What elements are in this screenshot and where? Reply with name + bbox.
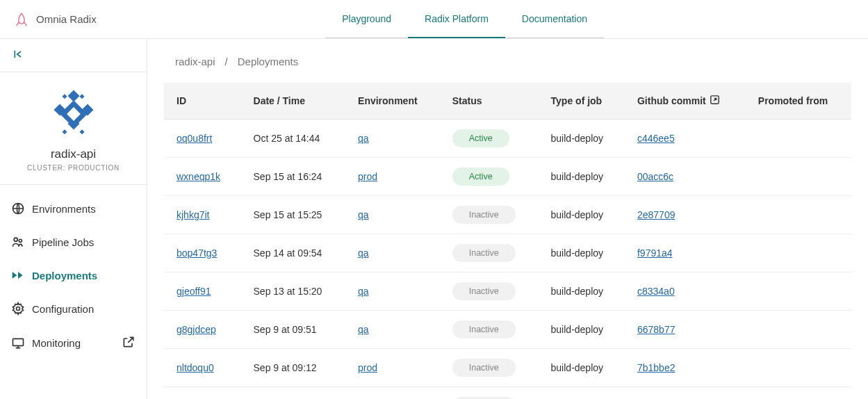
breadcrumb-app-link[interactable]: radix-api (175, 56, 215, 67)
svg-rect-0 (67, 90, 79, 102)
nav-item-label: Environments (32, 203, 96, 215)
project-cluster: CLUSTER: PRODUCTION (27, 164, 120, 172)
header-tab-radix-platform[interactable]: Radix Platform (408, 1, 505, 38)
svg-point-13 (17, 307, 20, 311)
table-row: kjhkg7itSep 15 at 15:25qaInactivebuild-d… (164, 196, 851, 234)
header-tab-documentation[interactable]: Documentation (505, 1, 604, 38)
status-badge: Active (452, 168, 509, 186)
sidebar-nav: EnvironmentsPipeline JobsDeploymentsConf… (0, 185, 147, 368)
promoted-from (746, 311, 851, 349)
environment-link[interactable]: prod (358, 171, 377, 182)
svg-point-11 (14, 238, 17, 241)
deployment-id-link[interactable]: oq0u8frt (177, 133, 212, 144)
github-commit-link[interactable]: 6678b77 (637, 324, 675, 335)
github-commit-link[interactable]: 7b1bbe2 (637, 362, 675, 373)
status-badge: Inactive (452, 359, 516, 377)
status-badge: Inactive (452, 282, 516, 300)
promoted-from (746, 272, 851, 311)
header-tabs: PlaygroundRadix PlatformDocumentation (325, 1, 604, 38)
environment-link[interactable]: qa (358, 247, 369, 259)
nav-item-label: Pipeline Jobs (32, 236, 94, 248)
column-header: Promoted from (746, 83, 851, 120)
header: Omnia Radix PlaygroundRadix PlatformDocu… (0, 0, 868, 39)
external-link-icon (122, 335, 136, 351)
table-header-row: IDDate / TimeEnvironmentStatusType of jo… (164, 83, 851, 120)
environment-link[interactable]: prod (358, 362, 377, 373)
deployment-date: Sep 13 at 15:20 (241, 272, 346, 311)
project-name: radix-api (51, 147, 96, 161)
radix-logo-icon (14, 12, 29, 27)
status-badge: Inactive (452, 206, 516, 224)
status-badge: Inactive (452, 320, 516, 339)
nav-item-pipeline-jobs[interactable]: Pipeline Jobs (0, 225, 147, 259)
github-commit-link[interactable]: c8334a0 (637, 286, 675, 297)
job-type: build-deploy (539, 349, 625, 387)
github-commit-link[interactable]: c446ee5 (637, 133, 675, 144)
sidebar-project: radix-api CLUSTER: PRODUCTION (0, 72, 147, 185)
column-header: Type of job (539, 83, 625, 120)
deployment-date: Sep 14 at 09:54 (241, 234, 346, 272)
table-row: wxneqp1kSep 15 at 16:24prodActivebuild-d… (164, 158, 851, 196)
column-header: Github commit (625, 83, 746, 120)
breadcrumb-current: Deployments (238, 56, 299, 67)
table-row: g8gjdcepSep 9 at 09:51qaInactivebuild-de… (164, 311, 851, 349)
svg-rect-9 (62, 129, 67, 134)
svg-rect-14 (13, 339, 24, 345)
column-header: Status (440, 83, 539, 120)
promoted-from (746, 196, 851, 234)
environment-link[interactable]: qa (358, 133, 369, 144)
deployment-id-link[interactable]: g8gjdcep (177, 324, 216, 335)
sidebar-collapse-button[interactable] (0, 39, 147, 72)
column-header: Date / Time (241, 83, 346, 120)
svg-rect-8 (79, 129, 84, 134)
nav-item-label: Deployments (32, 270, 97, 282)
job-type: build-deploy (539, 120, 625, 158)
deployment-id-link[interactable]: wxneqp1k (177, 171, 220, 182)
nav-item-configuration[interactable]: Configuration (0, 292, 147, 325)
github-commit-link[interactable]: 00acc6c (637, 171, 673, 182)
promoted-from (746, 349, 851, 387)
deployment-id-link[interactable]: gjeoff91 (177, 286, 211, 297)
deployment-id-link[interactable]: bop47tg3 (177, 247, 217, 259)
sidebar: radix-api CLUSTER: PRODUCTION Environmen… (0, 39, 147, 399)
nav-item-deployments[interactable]: Deployments (0, 259, 147, 292)
deployment-date: Sep 9 at 08:40 (241, 387, 346, 400)
environment-link[interactable]: qa (358, 209, 369, 220)
nav-item-environments[interactable]: Environments (0, 192, 147, 225)
deployment-id-link[interactable]: kjhkg7it (177, 209, 209, 220)
svg-rect-6 (79, 94, 84, 99)
promoted-from (746, 158, 851, 196)
job-type: build-deploy (539, 272, 625, 311)
header-tab-playground[interactable]: Playground (325, 1, 408, 38)
deployment-id-link[interactable]: nltdoqu0 (177, 362, 214, 373)
job-type: build-deploy (539, 196, 625, 234)
job-type: build-deploy (539, 387, 625, 400)
gear-icon (11, 302, 25, 316)
table-row: kfetk7jsSep 9 at 08:40prodInactivebuild-… (164, 387, 851, 400)
job-type: build-deploy (539, 234, 625, 272)
deployment-date: Sep 9 at 09:12 (241, 349, 346, 387)
column-header: Environment (345, 83, 440, 120)
nav-item-label: Configuration (32, 303, 94, 315)
environment-link[interactable]: qa (358, 324, 369, 335)
job-type: build-deploy (539, 158, 625, 196)
status-badge: Inactive (452, 244, 516, 262)
external-link-icon (709, 94, 721, 108)
job-type: build-deploy (539, 311, 625, 349)
column-header: ID (164, 83, 241, 120)
main-content: radix-api / Deployments IDDate / TimeEnv… (147, 39, 868, 399)
deployment-date: Sep 15 at 16:24 (241, 158, 346, 196)
logo[interactable]: Omnia Radix (14, 12, 97, 27)
deployment-date: Sep 15 at 15:25 (241, 196, 346, 234)
table-row: oq0u8frtOct 25 at 14:44qaActivebuild-dep… (164, 120, 851, 158)
breadcrumb: radix-api / Deployments (164, 56, 851, 67)
promoted-from (746, 387, 851, 400)
github-commit-link[interactable]: f9791a4 (637, 247, 673, 259)
nav-item-monitoring[interactable]: Monitoring (0, 325, 147, 361)
table-row: bop47tg3Sep 14 at 09:54qaInactivebuild-d… (164, 234, 851, 272)
deployment-date: Sep 9 at 09:51 (241, 311, 346, 349)
nav-item-label: Monitoring (32, 337, 81, 349)
github-commit-link[interactable]: 2e87709 (637, 209, 675, 220)
svg-point-12 (19, 239, 22, 242)
environment-link[interactable]: qa (358, 286, 369, 297)
